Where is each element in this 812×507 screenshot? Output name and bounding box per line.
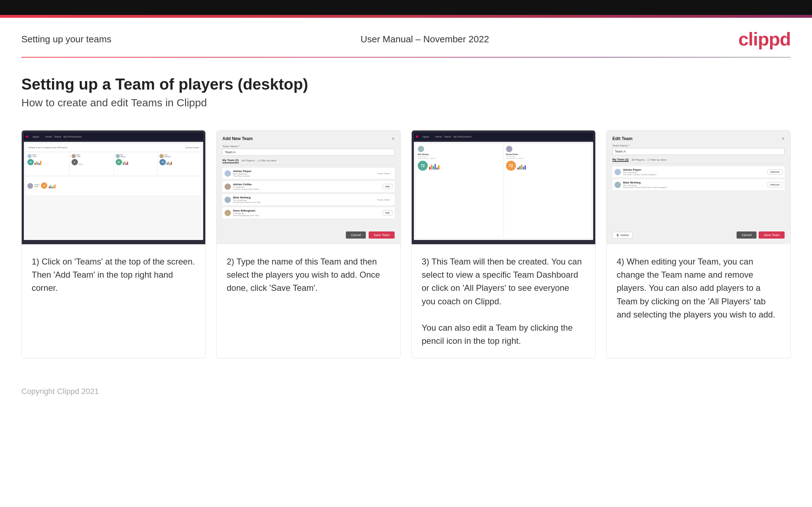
screenshot-1: clippd Home Teams My Performance Finding… xyxy=(22,130,205,244)
modal4-field-label: Team Name * xyxy=(612,144,785,147)
modal2-tab-myteam[interactable]: My Team (2) xyxy=(222,159,239,163)
copyright-text: Copyright Clippd 2021 xyxy=(21,387,99,396)
modal4-save-button[interactable]: Save Team xyxy=(759,231,785,239)
card-2-text: 2) Type the name of this Team and then s… xyxy=(217,244,400,358)
modal2-cancel-button[interactable]: Cancel xyxy=(346,231,366,239)
page-subtitle: How to create and edit Teams in Clippd xyxy=(21,97,791,109)
card-3: clippd Home Teams My Performance Blair M… xyxy=(411,130,596,358)
card-4-text: 4) When editing your Team, you can chang… xyxy=(607,244,790,358)
screenshot-2: Add New Team × Team Name * Team A My Tea… xyxy=(217,130,400,244)
screenshot-3: clippd Home Teams My Performance Blair M… xyxy=(412,130,595,244)
card-1-text: 1) Click on 'Teams' at the top of the sc… xyxy=(22,244,205,358)
top-bar xyxy=(0,0,812,15)
header: Setting up your teams User Manual – Nove… xyxy=(0,18,812,57)
edit-player-row-2: Blair McHarg Plus HandicapRoyal North De… xyxy=(612,179,785,190)
modal2-title: Add New Team xyxy=(222,136,253,141)
modal4-title: Edit Team xyxy=(612,136,632,141)
screenshot-4: Edit Team × Team Name * Team A My Team (… xyxy=(607,130,790,244)
modal4-team-name-input[interactable]: Team A xyxy=(612,148,785,155)
modal2-team-name-input[interactable]: Team A xyxy=(222,149,395,156)
modal4-delete-button[interactable]: 🗑 Delete xyxy=(612,232,633,239)
player-row-1: Adrian Player Plus HandicapThe Shire Lon… xyxy=(222,168,395,179)
player2-add-btn[interactable]: Add xyxy=(383,184,392,189)
cards-row: clippd Home Teams My Performance Finding… xyxy=(21,130,791,358)
edit-player-row-1: Adrian Player Plus HandicapThe Shire Lon… xyxy=(612,166,785,177)
accent-bar xyxy=(0,15,812,18)
modal4-cancel-button[interactable]: Cancel xyxy=(737,231,756,239)
clippd-logo: clippd xyxy=(738,28,791,50)
modal2-field-label: Team Name * xyxy=(222,145,395,148)
page-footer: Copyright Clippd 2021 xyxy=(0,387,812,407)
modal2-filter: Filter by name xyxy=(258,159,276,162)
card-2: Add New Team × Team Name * Team A My Tea… xyxy=(216,130,401,358)
player-row-2: Adrian Coliba 1 HandicapCentral London G… xyxy=(222,181,395,192)
modal2-save-button[interactable]: Save Team xyxy=(369,231,395,239)
player1-added-btn[interactable]: Player Added xyxy=(375,171,392,176)
card-1: clippd Home Teams My Performance Finding… xyxy=(21,130,206,358)
player-row-3: Blair McHarg Plus HandicapRoyal North De… xyxy=(222,194,395,205)
player-row-4: Dave Billingham 5 HandicapThe Ding Mapin… xyxy=(222,207,395,218)
modal4-tab-myteam[interactable]: My Team (2) xyxy=(612,158,629,162)
card-4: Edit Team × Team Name * Team A My Team (… xyxy=(606,130,791,358)
player1-remove-button[interactable]: Remove xyxy=(768,169,782,175)
player2-remove-button[interactable]: Remove xyxy=(768,182,782,187)
trash-icon: 🗑 xyxy=(616,234,619,237)
player4-add-btn[interactable]: Add xyxy=(383,210,392,215)
header-center-text: User Manual – November 2022 xyxy=(360,34,489,45)
modal2-close-icon[interactable]: × xyxy=(392,136,395,141)
modal4-close-icon[interactable]: × xyxy=(782,136,785,141)
header-left-text: Setting up your teams xyxy=(21,34,111,45)
player3-added-btn[interactable]: Player Added xyxy=(375,198,392,202)
card-3-text: 3) This Team will then be created. You c… xyxy=(412,244,595,358)
modal4-tab-allplayers[interactable]: All Players xyxy=(632,158,645,161)
modal4-filter: Filter by name xyxy=(648,159,666,161)
page-content: Setting up a Team of players (desktop) H… xyxy=(0,58,812,387)
page-title: Setting up a Team of players (desktop) xyxy=(21,75,791,93)
modal2-tab-allplayers[interactable]: All Players xyxy=(242,159,255,163)
